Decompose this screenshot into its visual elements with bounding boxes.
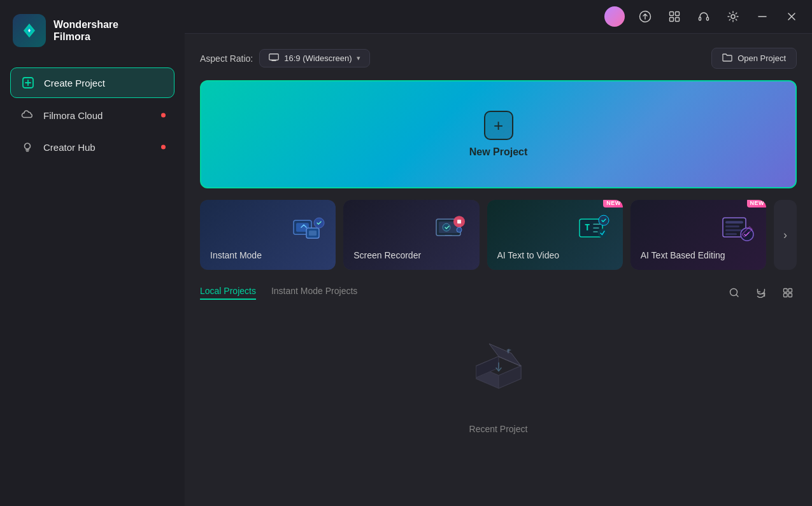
sidebar: WondershareFilmora Create Project Filmor…: [0, 0, 185, 506]
ai-text-to-video-card[interactable]: NEW T AI Text to Video: [487, 200, 623, 270]
grid-view-icon-btn[interactable]: [779, 284, 797, 302]
close-btn[interactable]: [783, 8, 801, 25]
svg-rect-29: [725, 229, 742, 231]
svg-rect-27: [725, 221, 743, 223]
svg-rect-10: [269, 54, 279, 60]
tabs-right: [725, 284, 797, 302]
svg-rect-30: [725, 233, 737, 235]
aspect-ratio-row: Aspect Ratio: 16:9 (Widescreen) ▾: [200, 48, 797, 69]
grid-view-icon: [783, 288, 793, 298]
svg-point-18: [443, 223, 450, 231]
minimize-btn[interactable]: [753, 8, 771, 25]
cloud-icon: [20, 108, 34, 122]
settings-icon: [727, 10, 739, 23]
screen-recorder-card[interactable]: Screen Recorder: [343, 200, 479, 270]
aspect-ratio-value: 16:9 (Widescreen): [284, 53, 352, 63]
folder-icon: [722, 53, 732, 64]
headset-icon: [697, 10, 710, 23]
svg-rect-33: [784, 289, 788, 293]
svg-rect-14: [309, 230, 317, 235]
logo-area: WondershareFilmora: [0, 0, 185, 61]
aspect-ratio-select[interactable]: 16:9 (Widescreen) ▾: [259, 49, 370, 67]
svg-rect-35: [784, 293, 788, 297]
svg-point-25: [598, 228, 607, 237]
svg-rect-6: [676, 18, 680, 22]
content-area: Aspect Ratio: 16:9 (Widescreen) ▾: [185, 34, 812, 506]
svg-rect-4: [676, 12, 680, 16]
svg-text:T: T: [585, 222, 590, 232]
plus-square-icon: [21, 76, 35, 90]
open-project-label: Open Project: [737, 53, 786, 63]
instant-mode-card[interactable]: Instant Mode: [200, 200, 336, 270]
tab-local-projects[interactable]: Local Projects: [200, 286, 256, 300]
sidebar-item-label: Creator Hub: [43, 142, 96, 153]
top-bar: [185, 0, 812, 34]
logo-text: WondershareFilmora: [53, 18, 118, 43]
refresh-icon: [756, 288, 766, 298]
app-name: WondershareFilmora: [53, 18, 118, 43]
notification-badge: [161, 113, 166, 118]
sidebar-nav: Create Project Filmora Cloud Creator Hub: [0, 61, 185, 168]
feature-cards-arrow-btn[interactable]: ›: [774, 200, 797, 270]
svg-rect-34: [788, 289, 792, 293]
sidebar-item-filmora-cloud[interactable]: Filmora Cloud: [10, 101, 175, 130]
sidebar-item-label: Create Project: [44, 78, 105, 88]
chevron-down-icon: ▾: [357, 54, 360, 62]
aspect-ratio-label: Aspect Ratio:: [200, 53, 253, 64]
tabs-left: Local Projects Instant Mode Projects: [200, 286, 357, 300]
ai-text-based-editing-label: AI Text Based Editing: [630, 241, 766, 270]
ai-text-based-editing-card[interactable]: NEW AI: [630, 200, 766, 270]
chevron-right-icon: ›: [783, 228, 787, 242]
grid-apps-icon-btn[interactable]: [666, 8, 683, 25]
svg-rect-7: [699, 17, 701, 20]
svg-point-21: [457, 227, 462, 232]
grid-apps-icon: [668, 10, 681, 23]
svg-rect-28: [725, 225, 739, 227]
app-logo-icon: [13, 14, 46, 47]
new-project-plus-box: +: [484, 111, 513, 140]
svg-rect-36: [788, 293, 792, 297]
sidebar-item-create-project[interactable]: Create Project: [10, 67, 175, 98]
new-badge-ai-text: NEW: [603, 200, 623, 207]
tab-instant-mode-projects[interactable]: Instant Mode Projects: [271, 286, 357, 300]
svg-point-9: [731, 15, 735, 18]
upload-icon-btn[interactable]: [636, 8, 654, 25]
top-bar-right: [604, 6, 801, 27]
main-content: Aspect Ratio: 16:9 (Widescreen) ▾: [185, 0, 812, 506]
filmora-logo-svg: [20, 21, 39, 40]
svg-rect-20: [457, 220, 461, 223]
empty-state-label: Recent Project: [469, 424, 528, 434]
refresh-icon-btn[interactable]: [752, 284, 770, 302]
new-project-label: New Project: [469, 146, 528, 158]
new-badge-ai-edit: NEW: [747, 200, 767, 207]
svg-point-1: [25, 143, 31, 149]
empty-state: Recent Project: [200, 312, 797, 447]
headset-icon-btn[interactable]: [695, 8, 713, 25]
svg-rect-3: [670, 12, 674, 16]
minimize-icon: [757, 11, 767, 22]
instant-mode-label: Instant Mode: [200, 241, 336, 270]
screen-recorder-label: Screen Recorder: [343, 241, 479, 270]
feature-cards-row: Instant Mode: [200, 200, 797, 270]
svg-rect-8: [707, 17, 709, 20]
upload-icon: [639, 10, 652, 23]
avatar[interactable]: [604, 6, 625, 27]
notification-badge: [161, 145, 166, 150]
monitor-icon: [269, 53, 279, 63]
new-project-banner[interactable]: + New Project: [200, 80, 797, 188]
empty-box-svg: [460, 337, 537, 414]
search-icon-btn[interactable]: [725, 284, 743, 302]
search-icon: [729, 288, 739, 298]
sidebar-item-label: Filmora Cloud: [43, 110, 103, 121]
lightbulb-icon: [20, 140, 34, 154]
svg-rect-5: [670, 18, 674, 22]
close-icon: [787, 12, 796, 21]
project-tabs: Local Projects Instant Mode Projects: [200, 284, 797, 302]
open-project-button[interactable]: Open Project: [711, 48, 797, 69]
settings-icon-btn[interactable]: [724, 8, 742, 25]
ai-text-to-video-label: AI Text to Video: [487, 241, 623, 270]
new-project-plus-icon: +: [494, 117, 503, 134]
sidebar-item-creator-hub[interactable]: Creator Hub: [10, 132, 175, 162]
empty-box-icon: [460, 337, 537, 414]
